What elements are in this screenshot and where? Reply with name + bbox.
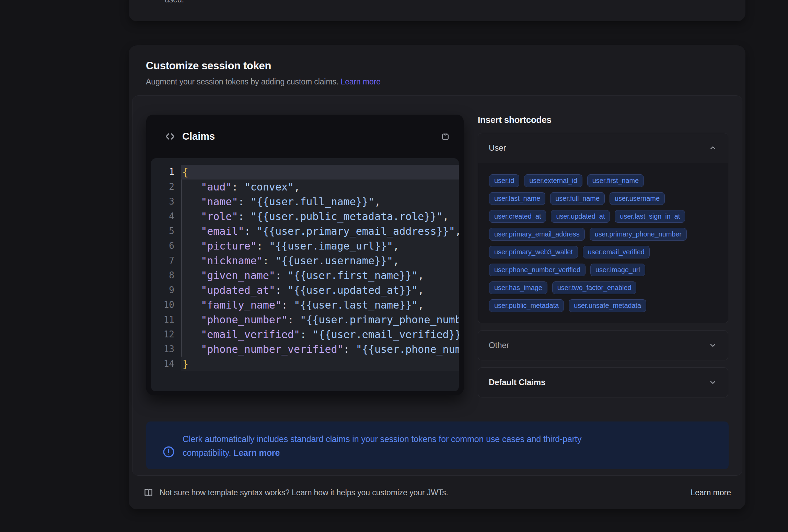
chip-row: user.created_atuser.updated_atuser.last_… bbox=[489, 210, 717, 223]
previous-card: used. bbox=[129, 0, 745, 21]
page-title: Customize session token bbox=[146, 60, 728, 72]
info-banner: Clerk automatically includes standard cl… bbox=[146, 421, 729, 469]
claims-code-editor[interactable]: 1{2 "aud": "convex",3 "name": "{{user.fu… bbox=[151, 158, 459, 391]
code-line-content[interactable]: "family_name": "{{user.last_name}}", bbox=[181, 298, 459, 312]
code-line[interactable]: 2 "aud": "convex", bbox=[151, 180, 459, 194]
section-toggle-user[interactable]: User bbox=[478, 133, 728, 163]
code-line[interactable]: 14} bbox=[151, 357, 459, 371]
shortcode-chip[interactable]: user.has_image bbox=[489, 281, 547, 294]
chip-row: user.public_metadatauser.unsafe_metadata bbox=[489, 299, 717, 312]
insert-shortcodes-panel: Insert shortcodes User user.iduser.exter… bbox=[478, 115, 728, 404]
card-subtitle: Augment your session tokens by adding cu… bbox=[146, 77, 728, 86]
shortcode-chip[interactable]: user.created_at bbox=[489, 210, 546, 223]
chip-row: user.iduser.external_iduser.first_name bbox=[489, 174, 717, 187]
line-number: 9 bbox=[151, 283, 181, 298]
line-number: 10 bbox=[151, 298, 181, 312]
line-number: 2 bbox=[151, 180, 181, 194]
line-number: 3 bbox=[151, 194, 181, 209]
claims-editor-header: Claims bbox=[146, 115, 464, 158]
shortcode-chip[interactable]: user.image_url bbox=[590, 264, 645, 276]
banner-learn-more-link[interactable]: Learn more bbox=[233, 448, 280, 458]
claims-editor-card: Claims 1{2 "aud": "convex",3 "name": "{{… bbox=[146, 115, 464, 395]
code-line-content[interactable]: "picture": "{{user.image_url}}", bbox=[181, 239, 459, 253]
code-line-content[interactable]: } bbox=[181, 357, 459, 371]
subtitle-text: Augment your session tokens by adding cu… bbox=[146, 77, 338, 86]
chevron-up-icon bbox=[708, 143, 717, 152]
shortcode-chip[interactable]: user.unsafe_metadata bbox=[569, 299, 646, 312]
shortcodes-section-user: User user.iduser.external_iduser.first_n… bbox=[478, 133, 728, 323]
line-number: 8 bbox=[151, 268, 181, 283]
code-line[interactable]: 1{ bbox=[151, 165, 459, 180]
banner-line1: Clerk automatically includes standard cl… bbox=[183, 434, 581, 444]
code-line-content[interactable]: "nickname": "{{user.username}}", bbox=[181, 253, 459, 268]
chip-row: user.phone_number_verifieduser.image_url bbox=[489, 264, 717, 276]
shortcode-chip[interactable]: user.last_sign_in_at bbox=[615, 210, 685, 223]
shortcode-chip[interactable]: user.id bbox=[489, 174, 519, 187]
chip-row: user.has_imageuser.two_factor_enabled bbox=[489, 281, 717, 294]
code-line[interactable]: 3 "name": "{{user.full_name}}", bbox=[151, 194, 459, 209]
line-number: 11 bbox=[151, 312, 181, 327]
code-line[interactable]: 13 "phone_number_verified": "{{user.phon… bbox=[151, 342, 459, 357]
shortcode-chip[interactable]: user.primary_email_address bbox=[489, 228, 585, 241]
shortcode-chip[interactable]: user.two_factor_enabled bbox=[552, 281, 637, 294]
line-number: 4 bbox=[151, 209, 181, 224]
banner-text: Clerk automatically includes standard cl… bbox=[183, 432, 581, 469]
shortcode-chip[interactable]: user.primary_web3_wallet bbox=[489, 246, 578, 258]
code-line-content[interactable]: "email_verified": "{{user.email_verified… bbox=[181, 327, 459, 342]
shortcodes-heading: Insert shortcodes bbox=[478, 115, 728, 125]
line-number: 6 bbox=[151, 239, 181, 253]
shortcode-chip[interactable]: user.primary_phone_number bbox=[590, 228, 687, 241]
code-line-content[interactable]: "aud": "convex", bbox=[181, 180, 459, 194]
code-line[interactable]: 10 "family_name": "{{user.last_name}}", bbox=[151, 298, 459, 312]
code-line[interactable]: 5 "email": "{{user.primary_email_address… bbox=[151, 224, 459, 239]
shortcode-chip[interactable]: user.username bbox=[610, 192, 665, 205]
code-line-content[interactable]: "phone_number_verified": "{{user.phone_n… bbox=[181, 342, 459, 357]
section-toggle-other[interactable]: Other bbox=[478, 331, 728, 360]
clipboard-copy-icon[interactable] bbox=[440, 131, 451, 142]
shortcodes-section-default-claims: Default Claims bbox=[478, 367, 728, 397]
subtitle-learn-more-link[interactable]: Learn more bbox=[340, 77, 381, 86]
page-background: used. Customize session token Augment yo… bbox=[0, 0, 788, 532]
chip-row: user.last_nameuser.full_nameuser.usernam… bbox=[489, 192, 717, 205]
code-line-content[interactable]: "role": "{{user.public_metadata.role}}", bbox=[181, 209, 459, 224]
shortcode-chip[interactable]: user.full_name bbox=[550, 192, 605, 205]
line-number: 5 bbox=[151, 224, 181, 239]
section-toggle-default-claims[interactable]: Default Claims bbox=[478, 368, 728, 397]
line-number: 12 bbox=[151, 327, 181, 342]
code-lines: 1{2 "aud": "convex",3 "name": "{{user.fu… bbox=[151, 165, 459, 371]
code-icon bbox=[164, 131, 176, 142]
code-line-content[interactable]: "name": "{{user.full_name}}", bbox=[181, 194, 459, 209]
editor-title: Claims bbox=[182, 131, 440, 142]
code-line-content[interactable]: "updated_at": "{{user.updated_at}}", bbox=[181, 283, 459, 298]
chip-row: user.primary_email_addressuser.primary_p… bbox=[489, 228, 717, 241]
code-line[interactable]: 7 "nickname": "{{user.username}}", bbox=[151, 253, 459, 268]
shortcode-chip[interactable]: user.updated_at bbox=[551, 210, 610, 223]
shortcode-chip[interactable]: user.phone_number_verified bbox=[489, 264, 586, 276]
line-number: 14 bbox=[151, 357, 181, 371]
section-label-other: Other bbox=[489, 340, 509, 350]
indent-guide bbox=[181, 180, 182, 357]
line-number: 7 bbox=[151, 253, 181, 268]
code-line[interactable]: 9 "updated_at": "{{user.updated_at}}", bbox=[151, 283, 459, 298]
line-number: 13 bbox=[151, 342, 181, 357]
card-footer: Not sure how template syntax works? Lear… bbox=[129, 476, 745, 509]
code-line-content[interactable]: "given_name": "{{user.first_name}}", bbox=[181, 268, 459, 283]
code-line-content[interactable]: { bbox=[181, 165, 459, 180]
code-line[interactable]: 4 "role": "{{user.public_metadata.role}}… bbox=[151, 209, 459, 224]
code-line-content[interactable]: "email": "{{user.primary_email_address}}… bbox=[181, 224, 459, 239]
shortcode-chip[interactable]: user.public_metadata bbox=[489, 299, 564, 312]
shortcode-chip[interactable]: user.first_name bbox=[587, 174, 644, 187]
book-icon bbox=[143, 487, 154, 498]
code-line[interactable]: 12 "email_verified": "{{user.email_verif… bbox=[151, 327, 459, 342]
footer-learn-more-link[interactable]: Learn more bbox=[691, 488, 731, 497]
section-label-user: User bbox=[489, 143, 506, 153]
code-line[interactable]: 6 "picture": "{{user.image_url}}", bbox=[151, 239, 459, 253]
code-line[interactable]: 11 "phone_number": "{{user.primary_phone… bbox=[151, 312, 459, 327]
shortcode-chip[interactable]: user.email_verified bbox=[583, 246, 650, 258]
code-line[interactable]: 8 "given_name": "{{user.first_name}}", bbox=[151, 268, 459, 283]
shortcode-chip[interactable]: user.last_name bbox=[489, 192, 545, 205]
section-label-default-claims: Default Claims bbox=[489, 378, 545, 387]
chevron-down-icon bbox=[708, 341, 717, 350]
shortcode-chip[interactable]: user.external_id bbox=[524, 174, 582, 187]
code-line-content[interactable]: "phone_number": "{{user.primary_phone_nu… bbox=[181, 312, 459, 327]
